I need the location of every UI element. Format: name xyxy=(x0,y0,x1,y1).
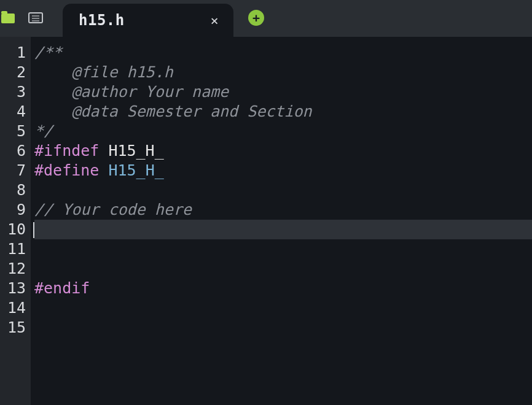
code-line[interactable] xyxy=(34,180,532,200)
title-bar: h15.h × + xyxy=(0,0,532,37)
line-number: 15 xyxy=(0,318,31,338)
line-number: 13 xyxy=(0,279,31,298)
code-line[interactable]: @data Semester and Section xyxy=(34,102,532,122)
code-token: @file h15.h xyxy=(34,63,173,81)
line-number: 5 xyxy=(0,122,31,141)
line-number: 6 xyxy=(0,141,31,161)
code-line[interactable] xyxy=(34,298,532,318)
code-line[interactable]: */ xyxy=(34,122,532,141)
code-token: #ifndef xyxy=(34,142,99,160)
code-token: H15_H_ xyxy=(108,161,163,179)
line-number: 12 xyxy=(0,259,31,279)
code-line[interactable]: #define H15_H_ xyxy=(34,161,532,180)
code-line[interactable]: #endif xyxy=(34,279,532,298)
code-line[interactable]: // Your code here xyxy=(34,200,532,220)
code-token: // Your code here xyxy=(34,201,192,218)
code-token: #define xyxy=(34,161,99,179)
line-number: 7 xyxy=(0,161,31,180)
line-number: 3 xyxy=(0,82,31,102)
line-number: 1 xyxy=(0,43,31,63)
code-line[interactable] xyxy=(34,239,532,259)
line-number: 9 xyxy=(0,200,31,220)
code-token: */ xyxy=(34,122,53,140)
code-token: /** xyxy=(34,44,62,61)
tab-active[interactable]: h15.h × xyxy=(63,4,233,37)
line-number: 2 xyxy=(0,63,31,82)
line-number: 4 xyxy=(0,102,31,122)
tab-strip: h15.h × + xyxy=(63,0,264,37)
new-tab-button[interactable]: + xyxy=(248,10,264,26)
line-number: 8 xyxy=(0,180,31,200)
line-number: 10 xyxy=(0,220,31,239)
code-line[interactable]: @file h15.h xyxy=(34,63,532,82)
line-number: 11 xyxy=(0,239,31,259)
code-token xyxy=(99,161,108,179)
code-line[interactable]: #ifndef H15_H_ xyxy=(34,141,532,161)
code-line[interactable]: @author Your name xyxy=(34,82,532,102)
sidebar-toggle-group xyxy=(0,0,43,33)
text-cursor xyxy=(33,222,34,238)
code-token: @author Your name xyxy=(34,83,229,101)
code-line[interactable] xyxy=(34,318,532,338)
code-line[interactable] xyxy=(34,220,532,239)
editor: 123456789101112131415 /** @file h15.h @a… xyxy=(0,37,532,405)
code-line[interactable]: /** xyxy=(34,43,532,63)
tab-label: h15.h xyxy=(79,12,206,29)
code-token: #endif xyxy=(34,279,90,297)
folder-icon[interactable] xyxy=(1,14,15,23)
code-area[interactable]: /** @file h15.h @author Your name @data … xyxy=(31,37,532,405)
close-icon[interactable]: × xyxy=(206,12,222,28)
code-line[interactable] xyxy=(34,259,532,279)
line-number: 14 xyxy=(0,298,31,318)
line-number-gutter: 123456789101112131415 xyxy=(0,37,31,405)
code-token: @data Semester and Section xyxy=(34,102,312,120)
archive-icon[interactable] xyxy=(28,12,43,23)
code-token: H15_H_ xyxy=(99,142,163,160)
